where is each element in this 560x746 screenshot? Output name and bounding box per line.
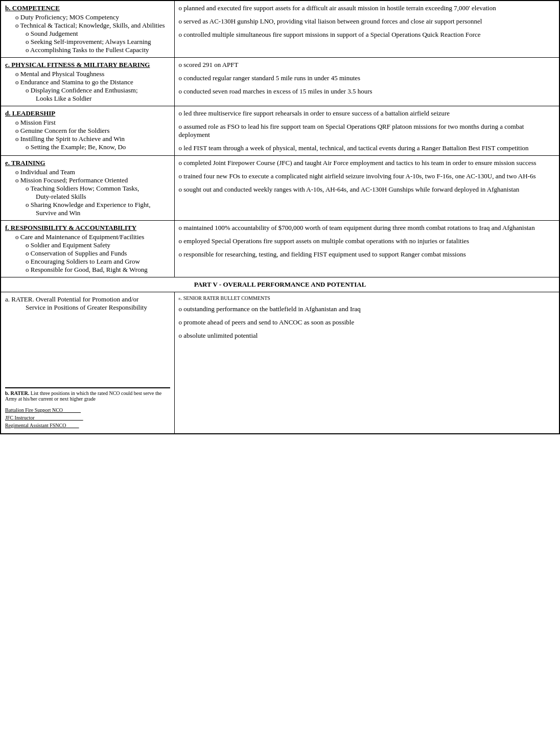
section-e-right: o completed Joint Firepower Course (JFC)…	[174, 156, 559, 221]
section-f-left: f. RESPONSIBILITY & ACCOUNTABILITY o Car…	[1, 221, 174, 277]
section-b-item-3: o Sound Judgement	[5, 30, 170, 38]
rater-position-3: Regimental Assistant FSNCO_____	[5, 423, 170, 428]
section-b-bullet-3: o controlled multiple simultaneous fire …	[179, 31, 555, 39]
section-c-item-1: o Mental and Physical Toughness	[5, 70, 170, 78]
section-f-item-1: o Care and Maintenance of Equipment/Faci…	[5, 233, 170, 241]
section-e-header: e. TRAINING	[5, 159, 170, 167]
part5-content-row: a. RATER. Overall Potential for Promotio…	[1, 292, 559, 434]
main-form-table: b. COMPETENCE o Duty Proficiency; MOS Co…	[0, 0, 560, 434]
section-e-item-3: o Teaching Soldiers How; Common Tasks,	[5, 184, 170, 193]
section-d-bullet-2: o assumed role as FSO to lead his fire s…	[179, 123, 555, 139]
section-b-bullet-2: o served as AC-130H gunship LNO, providi…	[179, 17, 555, 26]
section-e-item-4: Duty-related Skills	[5, 193, 170, 201]
section-d-item-2: o Genuine Concern for the Soldiers	[5, 127, 170, 135]
section-e-bullet-2: o trained four new FOs to execute a comp…	[179, 172, 555, 180]
rater-b-label: b. RATER. List three positions in which …	[5, 390, 161, 402]
section-b-item-4: o Seeking Self-improvement; Always Learn…	[5, 38, 170, 46]
rater-a-sub: Service in Positions of Greater Responsi…	[5, 304, 170, 312]
senior-rater-bullet-3: o absolute unlimited potential	[179, 332, 555, 340]
section-c-item-3: o Displaying Confidence and Enthusiasm;	[5, 86, 170, 95]
section-d-item-1: o Mission First	[5, 119, 170, 127]
section-f-right: o maintained 100% accountability of $700…	[174, 221, 559, 277]
section-b-bullet-1: o planned and executed fire support asse…	[179, 4, 555, 12]
section-b-row: b. COMPETENCE o Duty Proficiency; MOS Co…	[1, 1, 559, 58]
section-f-bullet-3: o responsible for researching, testing, …	[179, 250, 555, 259]
section-e-item-6: Survive and Win	[5, 209, 170, 217]
rater-b-block: b. RATER. List three positions in which …	[5, 390, 170, 428]
part5-header-text: PART V - OVERALL PERFORMANCE AND POTENTI…	[194, 281, 366, 288]
rater-a-label-text: a. RATER. Overall Potential for Promotio…	[5, 295, 138, 303]
section-f-item-2: o Soldier and Equipment Safety	[5, 241, 170, 249]
section-d-row: d. LEADERSHIP o Mission First o Genuine …	[1, 106, 559, 156]
section-e-item-2: o Mission Focused; Performance Oriented	[5, 176, 170, 184]
part5-rater-a-cell: a. RATER. Overall Potential for Promotio…	[1, 292, 174, 434]
section-f-bullet-1: o maintained 100% accountability of $700…	[179, 224, 555, 232]
section-d-header: d. LEADERSHIP	[5, 109, 170, 118]
section-d-bullet-1: o led three multiservice fire support re…	[179, 109, 555, 118]
section-b-right: o planned and executed fire support asse…	[174, 1, 559, 58]
section-b-item-1: o Duty Proficiency; MOS Competency	[5, 13, 170, 21]
rater-position-2: JFC Instructor___________________	[5, 415, 170, 421]
section-d-item-4: o Setting the Example; Be, Know, Do	[5, 143, 170, 151]
section-e-bullet-3: o sought out and conducted weekly ranges…	[179, 185, 555, 194]
section-e-left: e. TRAINING o Individual and Team o Miss…	[1, 156, 174, 221]
section-e-item-1: o Individual and Team	[5, 168, 170, 176]
section-e-bullet-1: o completed Joint Firepower Course (JFC)…	[179, 159, 555, 167]
section-c-item-2: o Endurance and Stamina to go the Distan…	[5, 78, 170, 86]
section-d-left: d. LEADERSHIP o Mission First o Genuine …	[1, 106, 174, 156]
rater-position-1: Battalion Fire Support NCO_______	[5, 407, 170, 413]
section-b-item-2: o Technical & Tactical; Knowledge, Skill…	[5, 21, 170, 30]
section-d-right: o led three multiservice fire support re…	[174, 106, 559, 156]
rater-a-label: a. RATER. Overall Potential for Promotio…	[5, 295, 170, 304]
section-c-bullet-3: o conducted seven road marches in excess…	[179, 87, 555, 96]
section-e-item-5: o Sharing Knowledge and Experience to Fi…	[5, 201, 170, 209]
section-c-bullet-1: o scored 291 on APFT	[179, 61, 555, 69]
section-d-item-3: o Instilling the Spirit to Achieve and W…	[5, 135, 170, 143]
section-f-item-3: o Conservation of Supplies and Funds	[5, 249, 170, 258]
section-e-row: e. TRAINING o Individual and Team o Miss…	[1, 156, 559, 221]
section-f-row: f. RESPONSIBILITY & ACCOUNTABILITY o Car…	[1, 221, 559, 277]
section-d-bullet-3: o led FIST team through a week of physic…	[179, 144, 555, 152]
section-f-item-4: o Encouraging Soldiers to Learn and Grow	[5, 258, 170, 266]
section-b-item-5: o Accomplishing Tasks to the Fullest Cap…	[5, 46, 170, 54]
section-c-bullet-2: o conducted regular ranger standard 5 mi…	[179, 74, 555, 82]
senior-rater-bullet-1: o outstanding performance on the battlef…	[179, 305, 555, 313]
section-f-bullet-2: o employed Special Operations fire suppo…	[179, 237, 555, 245]
senior-rater-bullet-2: o promote ahead of peers and send to ANC…	[179, 318, 555, 327]
section-c-left: c. PHYSICAL FITNESS & MILITARY BEARING o…	[1, 58, 174, 106]
section-c-row: c. PHYSICAL FITNESS & MILITARY BEARING o…	[1, 58, 559, 106]
section-c-right: o scored 291 on APFT o conducted regular…	[174, 58, 559, 106]
section-f-header: f. RESPONSIBILITY & ACCOUNTABILITY	[5, 224, 170, 232]
section-c-item-4: Looks Like a Soldier	[5, 95, 170, 103]
senior-rater-label: e. SENIOR RATER BULLET COMMENTS	[179, 295, 555, 301]
part5-header: PART V - OVERALL PERFORMANCE AND POTENTI…	[1, 277, 559, 292]
section-b-header: b. COMPETENCE	[5, 4, 170, 12]
part5-senior-rater-cell: e. SENIOR RATER BULLET COMMENTS o outsta…	[174, 292, 559, 434]
section-f-item-5: o Responsible for Good, Bad, Right & Wro…	[5, 266, 170, 274]
section-b-left: b. COMPETENCE o Duty Proficiency; MOS Co…	[1, 1, 174, 58]
part5-header-row: PART V - OVERALL PERFORMANCE AND POTENTI…	[1, 277, 559, 292]
section-c-header: c. PHYSICAL FITNESS & MILITARY BEARING	[5, 61, 170, 69]
